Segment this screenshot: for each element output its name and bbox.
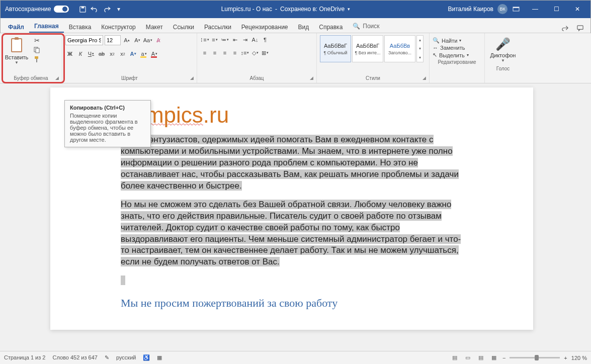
spellcheck-icon[interactable]: ✎ xyxy=(105,354,109,361)
superscript-button[interactable]: x2 xyxy=(118,49,127,58)
search-icon: 🔍 xyxy=(433,37,440,44)
cut-icon[interactable]: ✂ xyxy=(32,36,41,44)
bullets-button[interactable]: ⫶≡▾ xyxy=(200,35,209,44)
style-heading1[interactable]: АаБбВв Заголово... xyxy=(384,35,415,62)
svg-rect-1 xyxy=(81,6,85,8)
ribbon: Вставить ▼ ✂ Буфер обмена◢ A▴ A▾ Aa▾ A̷ … xyxy=(0,33,591,83)
styles-dialog-launcher[interactable]: ◢ xyxy=(423,75,426,80)
numbering-button[interactable]: ≡▾ xyxy=(210,35,219,44)
mic-icon: 🎤 xyxy=(495,37,511,51)
font-color-button[interactable]: A▾ xyxy=(150,49,159,58)
doc-heading: Lumpics.ru xyxy=(121,103,463,128)
undo-icon[interactable] xyxy=(90,5,99,14)
editing-group-label: Редактирование xyxy=(433,58,481,66)
focus-view-icon[interactable]: ▤ xyxy=(450,354,459,362)
macro-icon[interactable]: ▦ xyxy=(157,354,162,361)
shrink-font-button[interactable]: A▾ xyxy=(133,36,142,45)
select-icon: ↖ xyxy=(433,52,437,58)
multilevel-button[interactable]: ≔▾ xyxy=(220,35,229,44)
clear-formatting-button[interactable]: A̷ xyxy=(154,36,163,45)
strikethrough-button[interactable]: ab xyxy=(97,49,106,58)
decrease-indent-button[interactable]: ⇤ xyxy=(230,35,239,44)
paragraph-empty xyxy=(121,275,463,287)
statusbar: Страница 1 из 2 Слово 452 из 647 ✎ русск… xyxy=(0,351,591,364)
accessibility-icon[interactable]: ♿ xyxy=(143,354,150,361)
dictate-button[interactable]: Диктофон xyxy=(490,52,516,58)
italic-button[interactable]: К xyxy=(76,49,85,58)
format-painter-icon[interactable] xyxy=(32,55,41,63)
paragraph-dialog-launcher[interactable]: ◢ xyxy=(310,75,313,80)
select-button[interactable]: ↖Выделить▾ xyxy=(433,52,481,58)
copy-icon[interactable] xyxy=(32,46,41,54)
zoom-level[interactable]: 120 % xyxy=(571,355,587,361)
align-left-button[interactable]: ≡ xyxy=(200,48,209,57)
text-effects-button[interactable]: A▾ xyxy=(129,49,138,58)
replace-button[interactable]: ↔Заменить xyxy=(433,45,481,51)
font-size-select[interactable] xyxy=(105,35,121,45)
replace-icon: ↔ xyxy=(433,45,438,51)
paragraph-group-label: Абзац◢ xyxy=(200,74,313,82)
font-dialog-launcher[interactable]: ◢ xyxy=(190,75,194,80)
paste-button[interactable]: Вставить ▼ xyxy=(3,35,30,67)
svg-rect-3 xyxy=(513,7,519,8)
clipboard-dialog-launcher[interactable]: ◢ xyxy=(55,75,59,80)
subscript-button[interactable]: x2 xyxy=(108,49,117,58)
paste-icon xyxy=(10,37,24,53)
page-indicator[interactable]: Страница 1 из 2 xyxy=(4,354,45,361)
change-case-button[interactable]: Aa▾ xyxy=(143,36,152,45)
font-group-label: Шрифт◢ xyxy=(65,74,194,82)
voice-group-label: Голос xyxy=(488,65,518,72)
shading-button[interactable]: ◇▾ xyxy=(250,48,260,57)
style-nospacing[interactable]: АаБбВвГ ¶ Без инте... xyxy=(352,35,383,62)
zoom-slider[interactable] xyxy=(510,357,560,358)
ribbon-display-icon[interactable] xyxy=(512,5,521,14)
print-view-icon[interactable]: ▤ xyxy=(476,354,485,362)
show-marks-button[interactable]: ¶ xyxy=(261,35,270,44)
web-view-icon[interactable]: ▦ xyxy=(489,354,498,362)
paragraph-1: группа энтузиастов, одержимых идеей помо… xyxy=(121,134,463,192)
styles-more[interactable]: ▴▾▾ xyxy=(416,35,424,62)
find-button[interactable]: 🔍Найти▾ xyxy=(433,37,481,44)
zoom-in-button[interactable]: + xyxy=(564,355,567,361)
style-normal[interactable]: АаБбВвГ ¶ Обычный xyxy=(320,35,351,62)
grow-font-button[interactable]: A▴ xyxy=(122,36,131,45)
font-name-select[interactable] xyxy=(65,35,103,45)
borders-button[interactable]: ⊞▾ xyxy=(261,48,270,57)
zoom-out-button[interactable]: − xyxy=(502,355,505,361)
svg-rect-6 xyxy=(36,48,39,53)
tooltip: Копировать (Ctrl+C) Помещение копии выде… xyxy=(64,100,151,147)
svg-rect-7 xyxy=(35,56,38,59)
read-view-icon[interactable]: ▭ xyxy=(463,354,472,362)
paragraph-2: Но мы не сможем это сделать без Вашей об… xyxy=(121,199,463,268)
align-center-button[interactable]: ≡ xyxy=(210,48,219,57)
align-right-button[interactable]: ≡ xyxy=(220,48,229,57)
clipboard-group-label: Буфер обмена◢ xyxy=(3,74,59,82)
line-spacing-button[interactable]: ↕≡▾ xyxy=(240,48,249,57)
redo-icon[interactable] xyxy=(102,5,111,14)
underline-button[interactable]: Ч▾ xyxy=(87,49,96,58)
justify-button[interactable]: ≡ xyxy=(230,48,239,57)
doc-subheading: Мы не просим пожертвований за свою работ… xyxy=(121,297,463,310)
tooltip-title: Копировать (Ctrl+C) xyxy=(70,105,145,111)
language-indicator[interactable]: русский xyxy=(116,354,136,361)
qat-dropdown-icon[interactable]: ▾ xyxy=(114,5,123,14)
bold-button[interactable]: Ж xyxy=(65,49,74,58)
word-count[interactable]: Слово 452 из 647 xyxy=(52,354,98,361)
styles-group-label: Стили◢ xyxy=(320,74,426,82)
increase-indent-button[interactable]: ⇥ xyxy=(240,35,249,44)
save-icon[interactable] xyxy=(78,5,87,14)
sort-button[interactable]: A↓ xyxy=(250,35,260,44)
tooltip-body: Помещение копии выделенного фрагмента в … xyxy=(70,113,145,143)
highlight-color-button[interactable]: a▾ xyxy=(139,49,148,58)
